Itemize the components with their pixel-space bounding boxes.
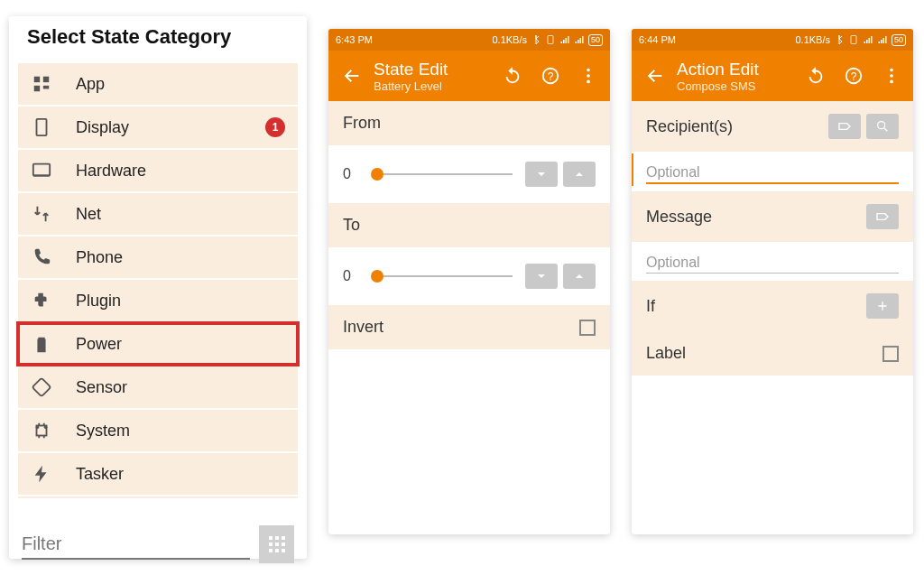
svg-rect-16	[269, 549, 273, 552]
invert-label: Invert	[343, 318, 383, 337]
category-display[interactable]: Display 1	[18, 107, 298, 148]
status-data-rate: 0.1KB/s	[795, 34, 830, 45]
undo-button[interactable]	[799, 60, 832, 92]
to-increment[interactable]	[563, 264, 596, 289]
label-row[interactable]: Label	[632, 331, 913, 376]
appbar-title: State Edit	[374, 60, 496, 79]
plugin-icon	[29, 288, 54, 313]
back-button[interactable]	[334, 58, 370, 94]
signal-icon	[559, 34, 570, 45]
back-button[interactable]	[637, 58, 673, 94]
category-hardware[interactable]: Hardware	[18, 150, 298, 191]
svg-rect-25	[851, 36, 856, 44]
tag-button[interactable]	[828, 114, 861, 139]
tag-button[interactable]	[866, 204, 899, 229]
status-bar: 6:44 PM 0.1KB/s 50	[632, 29, 913, 51]
svg-point-30	[890, 80, 893, 84]
svg-point-23	[587, 74, 590, 78]
from-value: 0	[343, 166, 359, 182]
category-plugin[interactable]: Plugin	[18, 280, 298, 321]
category-tasker[interactable]: Tasker	[18, 453, 298, 495]
signal-icon	[574, 34, 585, 45]
notification-badge: 1	[265, 117, 285, 137]
message-input[interactable]	[646, 253, 899, 274]
category-label: Sensor	[76, 378, 127, 397]
svg-rect-2	[34, 86, 40, 91]
category-phone[interactable]: Phone	[18, 236, 298, 278]
category-label: Power	[76, 335, 122, 354]
category-label: App	[76, 75, 105, 94]
sensor-icon	[29, 375, 54, 400]
from-slider[interactable]	[372, 173, 513, 175]
help-button[interactable]: ?	[837, 60, 870, 92]
svg-rect-14	[275, 543, 279, 546]
app-bar: Action Edit Compose SMS ?	[632, 51, 913, 101]
overflow-button[interactable]	[572, 60, 605, 92]
svg-rect-15	[282, 543, 285, 546]
svg-text:?: ?	[548, 70, 554, 83]
app-bar: State Edit Battery Level ?	[328, 51, 610, 101]
category-net[interactable]: Net	[18, 193, 298, 235]
category-sensor[interactable]: Sensor	[18, 366, 298, 408]
help-icon: ?	[541, 66, 560, 86]
svg-text:?: ?	[851, 70, 857, 83]
invert-row[interactable]: Invert	[328, 305, 610, 349]
more-vert-icon	[578, 66, 598, 86]
grid-icon	[266, 533, 288, 555]
arrow-left-icon	[342, 66, 362, 86]
svg-rect-4	[37, 119, 47, 135]
net-icon	[29, 201, 54, 227]
appbar-title: Action Edit	[677, 60, 799, 79]
filter-row	[9, 525, 307, 563]
add-condition-button[interactable]	[866, 293, 899, 319]
search-icon	[875, 119, 890, 134]
svg-rect-1	[43, 77, 49, 82]
grid-view-button[interactable]	[259, 525, 294, 563]
svg-rect-18	[282, 549, 285, 552]
label-checkbox[interactable]	[882, 346, 899, 362]
category-system[interactable]: System	[18, 410, 298, 451]
if-label: If	[646, 297, 655, 316]
overflow-button[interactable]	[875, 60, 908, 92]
tasker-icon	[29, 461, 54, 487]
appbar-subtitle: Compose SMS	[677, 79, 799, 93]
category-label: Plugin	[76, 292, 121, 311]
category-power[interactable]: Power	[18, 323, 298, 365]
plus-icon	[875, 299, 890, 313]
from-increment[interactable]	[563, 162, 596, 187]
to-label: To	[343, 216, 360, 235]
battery-indicator: 50	[892, 34, 906, 46]
svg-rect-6	[32, 378, 51, 397]
system-icon	[29, 418, 54, 443]
panel-title: Select State Category	[9, 16, 307, 61]
filter-input[interactable]	[22, 530, 250, 560]
if-row[interactable]: If	[632, 281, 913, 331]
to-slider[interactable]	[372, 275, 513, 277]
help-button[interactable]: ?	[534, 60, 567, 92]
from-decrement[interactable]	[525, 162, 558, 187]
svg-point-31	[878, 122, 885, 129]
category-app[interactable]: App	[18, 63, 298, 105]
from-header: From	[328, 101, 610, 145]
app-icon	[29, 71, 54, 97]
to-slider-row: 0	[328, 247, 610, 305]
invert-checkbox[interactable]	[579, 320, 596, 336]
label-label: Label	[646, 344, 686, 363]
status-time: 6:43 PM	[336, 34, 373, 45]
undo-button[interactable]	[496, 60, 529, 92]
state-edit-screen: 6:43 PM 0.1KB/s 50 State Edit Battery Le…	[328, 29, 610, 534]
message-header: Message	[632, 191, 913, 242]
to-decrement[interactable]	[525, 264, 558, 289]
arrow-left-icon	[645, 66, 665, 86]
undo-icon	[806, 66, 826, 86]
bluetooth-icon	[834, 34, 845, 45]
recipients-input[interactable]	[646, 162, 899, 184]
recipients-input-wrapper	[632, 152, 913, 191]
category-label: Display	[76, 118, 129, 137]
search-button[interactable]	[866, 114, 899, 139]
power-icon	[29, 331, 54, 357]
svg-rect-17	[275, 549, 279, 552]
svg-point-29	[890, 74, 893, 78]
svg-rect-3	[43, 86, 49, 89]
divider	[18, 496, 298, 498]
